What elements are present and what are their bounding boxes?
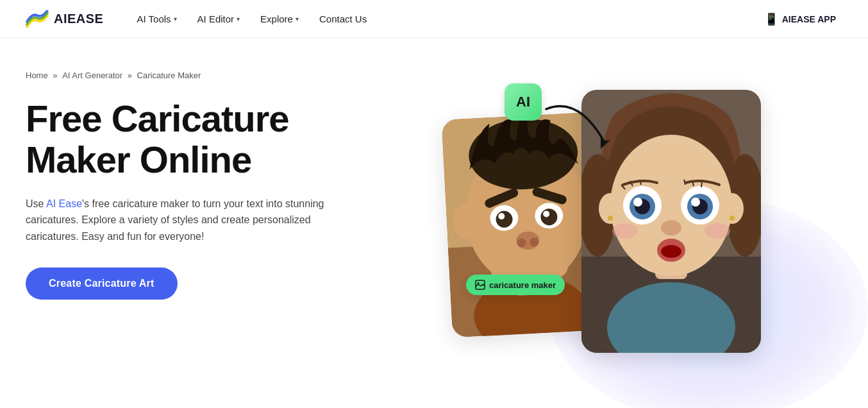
image-icon xyxy=(475,280,485,290)
app-button-label: AIEASE APP xyxy=(782,14,836,24)
chevron-down-icon: ▾ xyxy=(174,15,177,22)
hero-description: Use AI Ease's free caricature maker to t… xyxy=(26,196,359,245)
chevron-down-icon: ▾ xyxy=(237,15,240,22)
nav-label-ai-editor: AI Editor xyxy=(197,13,235,24)
header: AIEASE AI Tools ▾ AI Editor ▾ Explore ▾ … xyxy=(0,0,868,38)
hero-title: Free CaricatureMaker Online xyxy=(26,98,397,180)
nav-item-ai-tools[interactable]: AI Tools ▾ xyxy=(129,8,184,30)
app-button[interactable]: 📱 AIEASE APP xyxy=(758,8,842,30)
ai-badge: AI xyxy=(505,83,542,121)
breadcrumb-caricature[interactable]: Caricature Maker xyxy=(137,71,201,80)
breadcrumb-ai-art[interactable]: AI Art Generator xyxy=(62,71,122,80)
svg-point-49 xyxy=(730,216,735,221)
breadcrumb-home[interactable]: Home xyxy=(26,71,48,80)
breadcrumb-sep-1: » xyxy=(53,71,60,80)
chevron-down-icon: ▾ xyxy=(296,15,299,22)
svg-point-43 xyxy=(661,220,681,235)
breadcrumb-sep-2: » xyxy=(128,71,135,80)
header-right: 📱 AIEASE APP xyxy=(758,8,842,30)
nav-item-ai-editor[interactable]: AI Editor ▾ xyxy=(190,8,248,30)
svg-point-51 xyxy=(705,223,730,239)
logo-text: AIEASE xyxy=(54,12,103,26)
svg-point-36 xyxy=(691,198,700,207)
phone-icon: 📱 xyxy=(764,12,778,26)
cards-container: AI xyxy=(428,64,812,378)
nav-item-explore[interactable]: Explore ▾ xyxy=(253,8,306,30)
hero-left: Home » AI Art Generator » Caricature Mak… xyxy=(26,58,397,408)
svg-point-35 xyxy=(633,198,642,207)
logo-icon xyxy=(26,10,49,28)
nav-item-contact[interactable]: Contact Us xyxy=(312,8,374,30)
main-content: Home » AI Art Generator » Caricature Mak… xyxy=(0,38,868,408)
nav-label-ai-tools: AI Tools xyxy=(137,13,171,24)
breadcrumb: Home » AI Art Generator » Caricature Mak… xyxy=(26,71,397,80)
caricature-badge-label: caricature maker xyxy=(489,280,556,290)
logo-area[interactable]: AIEASE xyxy=(26,10,103,28)
create-caricature-button[interactable]: Create Caricature Art xyxy=(26,268,178,300)
arrow-icon xyxy=(540,103,617,154)
svg-point-50 xyxy=(612,223,638,239)
main-nav: AI Tools ▾ AI Editor ▾ Explore ▾ Contact… xyxy=(129,8,757,30)
nav-label-explore: Explore xyxy=(260,13,293,24)
nav-label-contact: Contact Us xyxy=(319,13,367,24)
svg-point-48 xyxy=(608,216,613,221)
svg-line-42 xyxy=(701,182,702,187)
svg-point-45 xyxy=(661,245,681,258)
caricature-maker-badge: caricature maker xyxy=(466,275,565,295)
hero-right: AI xyxy=(397,58,842,408)
